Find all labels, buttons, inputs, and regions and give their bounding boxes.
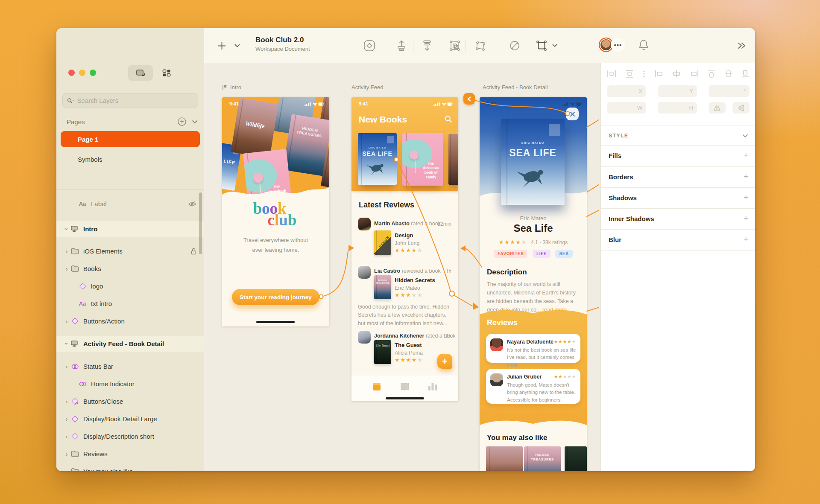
layer-row-display-description-short[interactable]: › Display/Description short [56, 428, 204, 444]
send-backward-button[interactable] [421, 39, 433, 52]
flip-horizontal-button[interactable] [709, 102, 726, 114]
shelf-book-sea-life[interactable]: ERIC MATEO SEA LIFE [358, 133, 397, 185]
flip-vertical-button[interactable] [732, 102, 750, 114]
expand-chevron[interactable]: › [63, 415, 70, 422]
detail-review-card[interactable]: Julian Gruber ★★★★★ Though good, Mateo d… [486, 369, 580, 404]
page-item-symbols[interactable]: Symbols [61, 151, 200, 167]
insert-symbol-button[interactable] [363, 39, 376, 52]
insert-chevron[interactable] [231, 39, 243, 52]
canvas-view-toggle[interactable] [128, 65, 153, 81]
expand-chevron[interactable]: › [63, 265, 70, 272]
spacing-options-icon[interactable] [642, 70, 646, 78]
close-button[interactable] [566, 108, 579, 120]
layer-row-logo[interactable]: logo [56, 278, 204, 294]
layer-row-intro[interactable]: › Intro [56, 221, 204, 237]
detail-book-cover-sea-life[interactable]: ERIC MATEO SEA LIFE [501, 119, 565, 205]
page-item-page1[interactable]: Page 1 [61, 131, 200, 147]
detail-review-card[interactable]: Nayara Delafuente ★★★★★ It's not the bes… [486, 334, 580, 363]
layer-row-status-bar[interactable]: › Status Bar [56, 358, 204, 374]
align-middle-vertical-icon[interactable] [724, 70, 733, 78]
layer-row-label-style[interactable]: Aa Label [56, 196, 204, 212]
hidden-eye-icon[interactable] [188, 201, 196, 207]
artboard-title-book-detail[interactable]: Activity Feed - Book Detail [483, 84, 548, 90]
expand-chevron[interactable]: › [63, 248, 70, 255]
expand-chevron[interactable]: › [63, 341, 70, 347]
x-position-field[interactable]: X [607, 85, 646, 97]
layer-row-buttons-close[interactable]: › Buttons/Close [56, 393, 204, 409]
notifications-bell-button[interactable] [637, 38, 650, 51]
also-like-cover-guest[interactable] [565, 446, 587, 471]
distribute-vertical-icon[interactable] [625, 70, 634, 78]
tag-sea[interactable]: SEA [555, 250, 572, 258]
ungroup-button[interactable] [474, 39, 487, 52]
layer-row-you-may-also-like[interactable]: › You may also like [56, 463, 204, 471]
tag-favorites[interactable]: FAVORITES [494, 250, 527, 258]
group-button[interactable] [448, 39, 461, 52]
add-review-fab[interactable]: + [437, 354, 452, 369]
insert-plus-button[interactable] [215, 39, 228, 52]
expand-chevron[interactable]: › [63, 433, 70, 440]
layer-row-buttons-action[interactable]: › Buttons/Action [56, 313, 204, 329]
collaborators-more-button[interactable]: ••• [611, 38, 625, 52]
rotate-button[interactable] [508, 39, 521, 52]
layer-row-ios-elements[interactable]: › iOS Elements [56, 243, 204, 259]
layer-row-home-indicator[interactable]: Home Indicator [56, 376, 204, 392]
artboard-intro[interactable]: SEA LIFE Wildlife HIDDEN TREASURES [222, 97, 329, 326]
add-page-button[interactable] [177, 117, 187, 126]
expand-chevron[interactable]: › [63, 468, 70, 471]
search-input[interactable] [77, 97, 193, 104]
bring-forward-button[interactable] [395, 39, 408, 52]
tab-books-icon[interactable] [399, 382, 410, 392]
add-blur-button[interactable]: + [744, 235, 748, 244]
layer-row-books[interactable]: › Books [56, 261, 204, 277]
sidebar-scrollbar[interactable] [199, 192, 202, 254]
lock-icon[interactable] [191, 248, 196, 255]
layer-row-display-book-detail-large[interactable]: › Display/Book Detail Large [56, 411, 204, 427]
add-border-button[interactable]: + [744, 172, 748, 181]
edit-shape-button[interactable] [535, 39, 548, 52]
also-like-cover-wildlife[interactable] [486, 446, 523, 471]
height-field[interactable]: H [658, 102, 697, 114]
artboard-title-activity-feed[interactable]: Activity Feed [351, 84, 383, 90]
artboard-book-detail[interactable]: ERIC MATEO SEA LIFE 9:41 [480, 97, 587, 471]
grid-view-toggle[interactable] [158, 65, 175, 81]
also-like-cover-hidden-treasures[interactable]: HIDDEN TREASURES [524, 446, 561, 471]
expand-chevron[interactable]: › [63, 226, 70, 233]
search-icon[interactable] [445, 115, 452, 123]
align-bottom-icon[interactable] [741, 70, 750, 78]
layer-row-reviews[interactable]: › Reviews [56, 446, 204, 462]
shelf-book-candy[interactable]: the delicious book of candy [402, 133, 443, 186]
tab-library-icon[interactable] [371, 382, 382, 392]
align-left-icon[interactable] [654, 70, 664, 78]
prototype-back-badge[interactable] [463, 93, 475, 105]
tag-life[interactable]: LIFE [533, 250, 551, 258]
artboard-activity-feed[interactable]: 9:41 New Book [351, 97, 458, 401]
collapse-pages-chevron[interactable] [192, 120, 198, 124]
minimize-window-button[interactable] [79, 70, 85, 76]
tab-stats-icon[interactable] [428, 382, 438, 391]
maximize-window-button[interactable] [90, 70, 96, 76]
distribute-horizontal-icon[interactable] [607, 70, 616, 78]
close-window-button[interactable] [68, 70, 75, 76]
rotation-field[interactable]: ° [709, 85, 750, 97]
layer-row-activity-feed-book-detail[interactable]: › Activity Feed - Book Detail [56, 336, 204, 352]
design-canvas[interactable]: Intro Activity Feed Activity Feed - Book… [204, 63, 600, 471]
search-layers-field[interactable] [62, 93, 198, 108]
artboard-title-intro[interactable]: Intro [222, 84, 241, 90]
add-shadow-button[interactable]: + [744, 193, 748, 202]
align-center-horizontal-icon[interactable] [672, 70, 681, 78]
add-inner-shadow-button[interactable]: + [744, 214, 748, 223]
align-top-icon[interactable] [707, 70, 716, 78]
expand-chevron[interactable]: › [63, 318, 70, 325]
collapse-inspector-chevrons[interactable] [735, 39, 748, 52]
width-field[interactable]: W [607, 102, 646, 114]
style-collapse-chevron[interactable] [742, 134, 748, 138]
expand-chevron[interactable]: › [63, 398, 70, 405]
edit-shape-chevron[interactable] [548, 39, 561, 52]
expand-chevron[interactable]: › [63, 450, 70, 457]
layer-row-txt-intro[interactable]: Aa txt intro [56, 296, 204, 312]
align-right-icon[interactable] [690, 70, 699, 78]
y-position-field[interactable]: Y [658, 85, 697, 97]
add-fill-button[interactable]: + [744, 151, 748, 160]
expand-chevron[interactable]: › [63, 363, 70, 370]
